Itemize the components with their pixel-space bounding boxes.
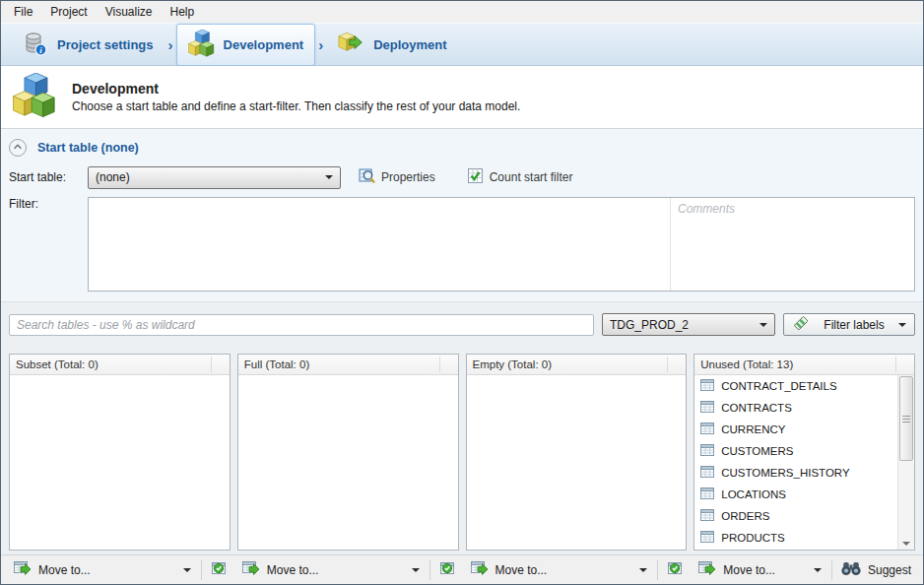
suggest-label: Suggest bbox=[868, 563, 911, 577]
panel-unused-header[interactable]: Unused (Total: 13) bbox=[694, 355, 914, 375]
menu-project[interactable]: Project bbox=[41, 2, 96, 22]
column-divider bbox=[439, 357, 440, 372]
database-icon: i bbox=[23, 31, 48, 59]
count-start-filter-label: Count start filter bbox=[490, 170, 573, 184]
vertical-scrollbar[interactable] bbox=[897, 375, 914, 550]
properties-label: Properties bbox=[381, 170, 435, 184]
table-move-icon bbox=[471, 560, 489, 579]
panel-title: Empty (Total: 0) bbox=[473, 358, 553, 370]
footer-group-unused: Move to... Suggest bbox=[693, 559, 915, 581]
panel-subset: Subset (Total: 0) bbox=[9, 354, 231, 551]
cubes-icon bbox=[188, 30, 215, 60]
table-name: CURRENCY bbox=[721, 423, 785, 435]
apply-check-button-full[interactable] bbox=[435, 559, 459, 581]
chevron-down-icon bbox=[759, 323, 767, 327]
filter-input[interactable] bbox=[89, 198, 670, 291]
list-item[interactable]: CONTRACTS bbox=[694, 397, 897, 419]
filter-labels-dropdown[interactable]: Filter labels bbox=[783, 313, 915, 336]
chevron-right-icon: › bbox=[168, 36, 173, 53]
chevron-down-icon bbox=[412, 568, 420, 572]
label-tag-icon bbox=[792, 314, 810, 335]
table-icon bbox=[700, 379, 714, 393]
schema-dropdown-value: TDG_PROD_2 bbox=[610, 318, 689, 332]
chevron-down-icon bbox=[814, 568, 822, 572]
table-icon bbox=[700, 488, 714, 501]
filter-labels-label: Filter labels bbox=[818, 318, 891, 332]
move-to-dropdown-subset[interactable]: Move to... bbox=[9, 559, 196, 581]
properties-icon bbox=[359, 167, 375, 187]
apply-check-button-empty[interactable] bbox=[663, 559, 687, 581]
panel-unused: Unused (Total: 13) CONTRACT_DETAILS CONT… bbox=[693, 354, 915, 551]
page-header: Development Choose a start table and def… bbox=[1, 66, 923, 129]
properties-button[interactable]: Properties bbox=[355, 165, 439, 189]
chevron-down-icon bbox=[325, 175, 333, 179]
list-item[interactable]: LOCATIONS bbox=[694, 484, 897, 505]
apply-check-button-subset[interactable] bbox=[207, 559, 231, 581]
list-item[interactable]: CURRENCY bbox=[694, 419, 897, 440]
panel-full-header[interactable]: Full (Total: 0) bbox=[238, 355, 458, 375]
list-item[interactable]: CUSTOMERS_HISTORY bbox=[694, 462, 897, 484]
list-item[interactable]: ORDERS bbox=[694, 505, 897, 527]
classification-panels: Subset (Total: 0) Full (Total: 0) Empty … bbox=[1, 347, 923, 554]
table-icon bbox=[700, 466, 714, 480]
cubes-icon-large bbox=[13, 73, 56, 121]
panel-full-list[interactable] bbox=[238, 375, 458, 550]
move-to-label: Move to... bbox=[723, 563, 775, 577]
menu-help[interactable]: Help bbox=[162, 2, 204, 22]
panel-empty-list[interactable] bbox=[467, 375, 687, 550]
table-name: CONTRACTS bbox=[721, 402, 792, 414]
panel-unused-list: CONTRACT_DETAILS CONTRACTS CURRENCY CUST… bbox=[694, 375, 914, 550]
scrollbar-down-arrow[interactable] bbox=[898, 542, 914, 546]
menu-file[interactable]: File bbox=[5, 2, 41, 22]
table-name: CUSTOMERS bbox=[721, 445, 793, 457]
list-item-partial[interactable] bbox=[694, 549, 897, 550]
table-check-icon bbox=[211, 561, 227, 578]
panel-subset-header[interactable]: Subset (Total: 0) bbox=[10, 355, 230, 375]
binoculars-icon bbox=[841, 561, 861, 579]
panel-empty: Empty (Total: 0) bbox=[466, 354, 688, 551]
list-item[interactable]: PRODUCTS bbox=[694, 527, 897, 549]
breadcrumb-project-settings[interactable]: i Project settings bbox=[11, 25, 165, 65]
move-to-dropdown-full[interactable]: Move to... bbox=[237, 559, 425, 581]
chevron-down-icon bbox=[639, 568, 647, 572]
breadcrumb-development[interactable]: Development bbox=[176, 24, 316, 66]
start-table-dropdown[interactable]: (none) bbox=[88, 166, 341, 189]
comments-input[interactable] bbox=[670, 198, 914, 291]
search-row: TDG_PROD_2 Filter labels bbox=[1, 301, 923, 347]
page-subtitle: Choose a start table and define a start-… bbox=[72, 99, 520, 113]
filter-box bbox=[88, 197, 915, 292]
menu-visualize[interactable]: Visualize bbox=[97, 2, 162, 22]
table-name: CUSTOMERS_HISTORY bbox=[721, 467, 849, 479]
footer-group-subset: Move to... bbox=[9, 559, 231, 581]
breadcrumb-label: Project settings bbox=[57, 37, 154, 52]
panel-title: Full (Total: 0) bbox=[244, 358, 309, 370]
workflow-bar: i Project settings › Development › bbox=[1, 23, 923, 66]
count-start-filter-button[interactable]: Count start filter bbox=[463, 165, 577, 189]
table-name: CONTRACT_DETAILS bbox=[721, 380, 836, 392]
chevron-down-icon bbox=[898, 323, 906, 327]
column-divider bbox=[895, 357, 896, 372]
suggest-button[interactable]: Suggest bbox=[837, 559, 915, 581]
page-title: Development bbox=[72, 81, 520, 97]
table-icon bbox=[700, 444, 714, 458]
grid-check-icon bbox=[467, 167, 484, 187]
list-item[interactable]: CUSTOMERS bbox=[694, 440, 897, 462]
panel-full: Full (Total: 0) bbox=[237, 354, 459, 551]
move-to-dropdown-unused[interactable]: Move to... bbox=[693, 559, 826, 581]
schema-dropdown[interactable]: TDG_PROD_2 bbox=[602, 313, 775, 336]
app-window: File Project Visualize Help i Project se… bbox=[0, 0, 924, 585]
move-to-dropdown-empty[interactable]: Move to... bbox=[466, 559, 653, 581]
table-move-icon bbox=[14, 560, 32, 579]
toolbar-separator bbox=[831, 560, 832, 580]
collapse-section-button[interactable] bbox=[9, 139, 27, 157]
panel-subset-list[interactable] bbox=[10, 375, 230, 550]
panel-empty-header[interactable]: Empty (Total: 0) bbox=[467, 355, 687, 375]
package-icon bbox=[338, 31, 364, 59]
table-icon bbox=[700, 531, 714, 545]
breadcrumb-deployment[interactable]: Deployment bbox=[326, 25, 458, 65]
section-title: Start table (none) bbox=[37, 141, 139, 155]
scrollbar-thumb[interactable] bbox=[899, 376, 913, 461]
search-tables-input[interactable] bbox=[9, 314, 594, 336]
list-item[interactable]: CONTRACT_DETAILS bbox=[694, 375, 897, 397]
start-table-section: Start table (none) Start table: (none) bbox=[1, 129, 923, 301]
